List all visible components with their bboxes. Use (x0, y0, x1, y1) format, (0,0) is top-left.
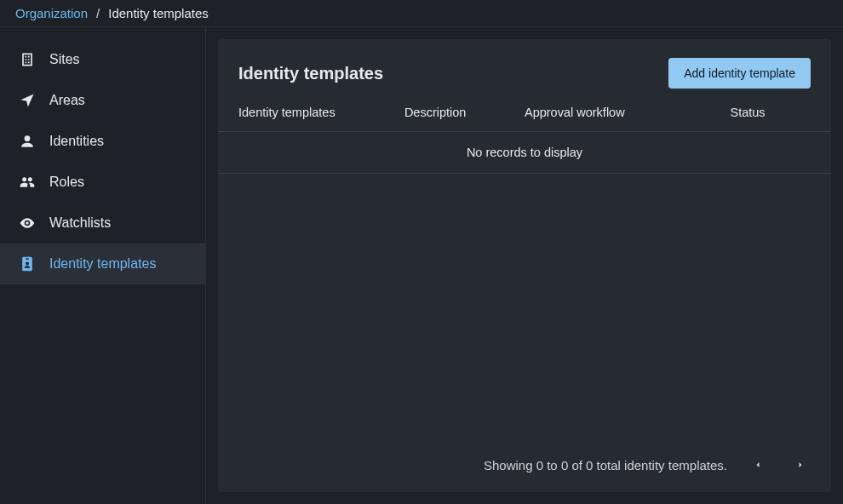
column-header-description[interactable]: Description (404, 106, 525, 119)
eye-icon (17, 213, 37, 233)
sidebar-item-roles[interactable]: Roles (0, 162, 205, 203)
sidebar-item-areas[interactable]: Areas (0, 80, 205, 121)
pagination-summary: Showing 0 to 0 of 0 total identity templ… (484, 458, 727, 472)
panel: Identity templates Add identity template… (218, 39, 831, 492)
sidebar: Sites Areas Identities Roles Watchlists (0, 27, 206, 504)
page-title: Identity templates (238, 64, 383, 83)
previous-page-button[interactable] (746, 453, 770, 477)
column-header-identity-templates[interactable]: Identity templates (238, 106, 404, 119)
sidebar-item-label: Areas (49, 93, 85, 108)
breadcrumb-root-link[interactable]: Organization (15, 6, 88, 20)
panel-header: Identity templates Add identity template (218, 39, 831, 106)
sidebar-item-identity-templates[interactable]: Identity templates (0, 243, 205, 284)
column-header-status[interactable]: Status (685, 106, 811, 119)
sidebar-item-label: Roles (49, 175, 84, 190)
sidebar-item-identities[interactable]: Identities (0, 121, 205, 162)
breadcrumb-current: Identity templates (108, 6, 209, 20)
location-arrow-icon (17, 90, 37, 111)
panel-footer: Showing 0 to 0 of 0 total identity templ… (218, 439, 831, 492)
empty-state-message: No records to display (218, 132, 831, 174)
breadcrumb: Organization / Identity templates (0, 0, 843, 27)
building-icon (17, 49, 37, 70)
chevron-left-icon (753, 458, 763, 472)
sidebar-item-label: Identity templates (49, 256, 156, 272)
sidebar-item-watchlists[interactable]: Watchlists (0, 203, 205, 243)
sidebar-item-label: Identities (49, 134, 104, 149)
main-content: Identity templates Add identity template… (206, 27, 843, 504)
column-header-approval-workflow[interactable]: Approval workflow (525, 106, 685, 119)
sidebar-item-label: Watchlists (49, 215, 111, 231)
people-icon (17, 172, 37, 192)
id-badge-icon (17, 254, 37, 274)
sidebar-item-sites[interactable]: Sites (0, 39, 205, 80)
next-page-button[interactable] (789, 453, 812, 477)
table-header-row: Identity templates Description Approval … (218, 106, 831, 132)
person-icon (17, 131, 37, 152)
add-identity-template-button[interactable]: Add identity template (668, 58, 811, 89)
breadcrumb-separator: / (96, 6, 100, 20)
chevron-right-icon (795, 458, 806, 472)
sidebar-item-label: Sites (49, 52, 80, 67)
